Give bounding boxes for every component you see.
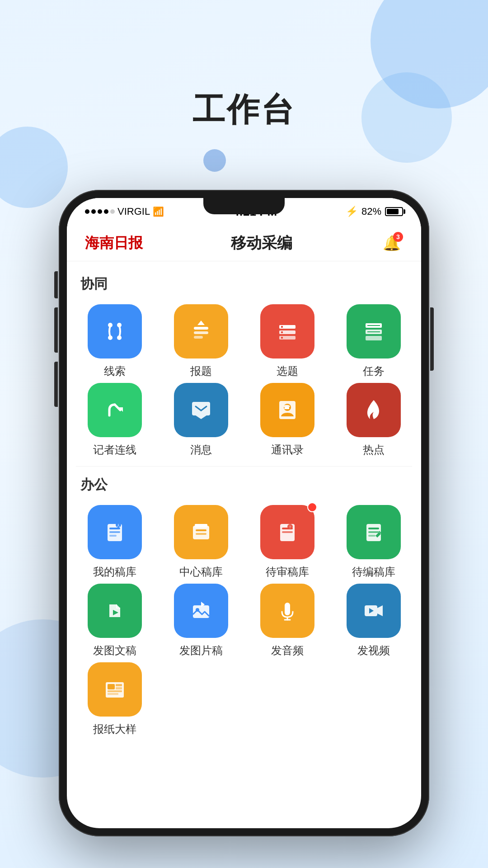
svg-rect-6 (194, 336, 203, 339)
svg-point-2 (108, 335, 113, 340)
section-bangong-title: 办公 (76, 476, 412, 494)
svg-point-0 (108, 323, 113, 327)
icon-box-baozhedayang (88, 662, 142, 717)
icon-item-baozhedayang[interactable]: 报纸大样 (76, 662, 153, 736)
icon-item-fayinpin[interactable]: 发音频 (249, 584, 326, 658)
icon-box-fatuwengao (88, 584, 142, 638)
svg-rect-37 (282, 531, 293, 533)
xiansuo-icon (100, 317, 129, 346)
fayinpin-icon (273, 596, 302, 625)
icon-item-daibianji[interactable]: 待编稿库 (335, 505, 412, 579)
bell-badge: 3 (393, 232, 403, 242)
icon-label-baozhedayang: 报纸大样 (93, 722, 136, 736)
fatuwengao-icon (100, 596, 129, 625)
svg-rect-34 (196, 533, 206, 535)
icon-label-xiaoxi: 消息 (190, 443, 212, 457)
battery-percent: 82% (361, 206, 381, 217)
icon-box-daibianji (347, 505, 401, 559)
icon-box-wodegaoku: 人 (88, 505, 142, 559)
svg-rect-11 (281, 326, 283, 328)
icon-box-fashipin (347, 584, 401, 638)
icon-item-fatupian[interactable]: 发图片稿 (162, 584, 239, 658)
icon-label-zhongxingaoku: 中心稿库 (179, 565, 223, 579)
icon-item-zhongxingaoku[interactable]: 中心稿库 (162, 505, 239, 579)
svg-rect-33 (196, 529, 206, 531)
vol-button-3 (54, 362, 58, 407)
svg-rect-54 (108, 684, 115, 689)
phone-frame: VIRGIL 📶 4:21 PM ⚡ 82% 海南日报 移动采编 🔔 3 (59, 190, 429, 836)
svg-rect-26 (109, 528, 120, 529)
icon-item-daishenggaoku[interactable]: ! 待审稿库 (249, 505, 326, 579)
svg-rect-31 (193, 526, 209, 539)
icon-label-wodegaoku: 我的稿库 (93, 565, 136, 579)
icon-label-renwu: 任务 (363, 364, 385, 378)
icon-item-baoti[interactable]: 报题 (162, 304, 239, 378)
fatupian-icon (187, 596, 216, 625)
icon-box-tongxunlu: ☎ (260, 383, 314, 437)
bangong-grid-row3: 报纸大样 (76, 662, 412, 736)
icon-box-daishenggaoku: ! (260, 505, 314, 559)
xuanti-icon (273, 317, 302, 346)
vol-button-2 (54, 307, 58, 353)
svg-rect-58 (108, 693, 118, 695)
svg-rect-55 (116, 684, 122, 686)
svg-rect-4 (194, 327, 208, 330)
bg-decoration-dot (203, 149, 226, 172)
battery-fill (387, 209, 399, 214)
svg-marker-21 (196, 415, 206, 419)
wifi-icon: 📶 (153, 206, 164, 217)
icon-item-fashipin[interactable]: 发视频 (335, 584, 412, 658)
icon-item-redian[interactable]: 热点 (335, 383, 412, 457)
icon-item-xiaoxi[interactable]: 消息 (162, 383, 239, 457)
icon-item-jizhelianxian[interactable]: 记者连线 (76, 383, 153, 457)
page-title: 工作台 (0, 88, 488, 132)
redian-icon (359, 396, 388, 425)
xietong-grid-row1: 线索 报题 (76, 304, 412, 378)
svg-rect-16 (366, 336, 382, 340)
xietong-grid-row2: 记者连线 消息 (76, 383, 412, 457)
svg-rect-12 (281, 331, 283, 333)
app-logo: 海南日报 (85, 233, 143, 253)
signal-dot-3 (98, 209, 102, 214)
icon-item-xuanti[interactable]: 选题 (249, 304, 326, 378)
svg-rect-42 (368, 531, 379, 533)
icon-label-fatuwengao: 发图文稿 (93, 643, 136, 658)
signal-dot-5 (110, 209, 115, 214)
renwu-icon (359, 317, 388, 346)
app-header: 海南日报 移动采编 🔔 3 (67, 225, 421, 261)
icon-item-fatuwengao[interactable]: 发图文稿 (76, 584, 153, 658)
icon-label-baoti: 报题 (190, 364, 212, 378)
svg-rect-43 (368, 535, 375, 537)
carrier-label: VIRGIL (117, 206, 150, 217)
icon-box-xuanti (260, 304, 314, 359)
phone-screen: VIRGIL 📶 4:21 PM ⚡ 82% 海南日报 移动采编 🔔 3 (67, 198, 421, 828)
section-divider (76, 466, 412, 467)
daishenggaoku-badge (307, 502, 317, 512)
icon-item-renwu[interactable]: 任务 (335, 304, 412, 378)
icon-box-redian (347, 383, 401, 437)
bg-decoration-3 (0, 127, 68, 208)
bell-button[interactable]: 🔔 3 (380, 232, 403, 255)
bluetooth-icon: ⚡ (346, 206, 358, 217)
daibianji-icon (359, 518, 388, 547)
icon-box-fatupian (174, 584, 228, 638)
battery-icon (385, 207, 403, 216)
icon-label-tongxunlu: 通讯录 (271, 443, 304, 457)
svg-rect-56 (116, 687, 122, 689)
icon-item-xiansuo[interactable]: 线索 (76, 304, 153, 378)
svg-point-1 (117, 323, 122, 327)
icon-label-xiansuo: 线索 (104, 364, 126, 378)
icon-item-wodegaoku[interactable]: 人 我的稿库 (76, 505, 153, 579)
icon-label-redian: 热点 (363, 443, 385, 457)
svg-marker-7 (197, 321, 205, 325)
icon-item-tongxunlu[interactable]: ☎ 通讯录 (249, 383, 326, 457)
icon-box-fayinpin (260, 584, 314, 638)
icon-label-xuanti: 选题 (277, 364, 298, 378)
icon-label-fayinpin: 发音频 (271, 643, 304, 658)
bangong-grid-row1: 人 我的稿库 中心稿库 (76, 505, 412, 579)
power-button (430, 307, 434, 371)
jizhelianxian-icon (100, 396, 129, 425)
signal-dot-2 (91, 209, 96, 214)
svg-point-3 (117, 335, 122, 340)
svg-rect-28 (109, 535, 117, 537)
